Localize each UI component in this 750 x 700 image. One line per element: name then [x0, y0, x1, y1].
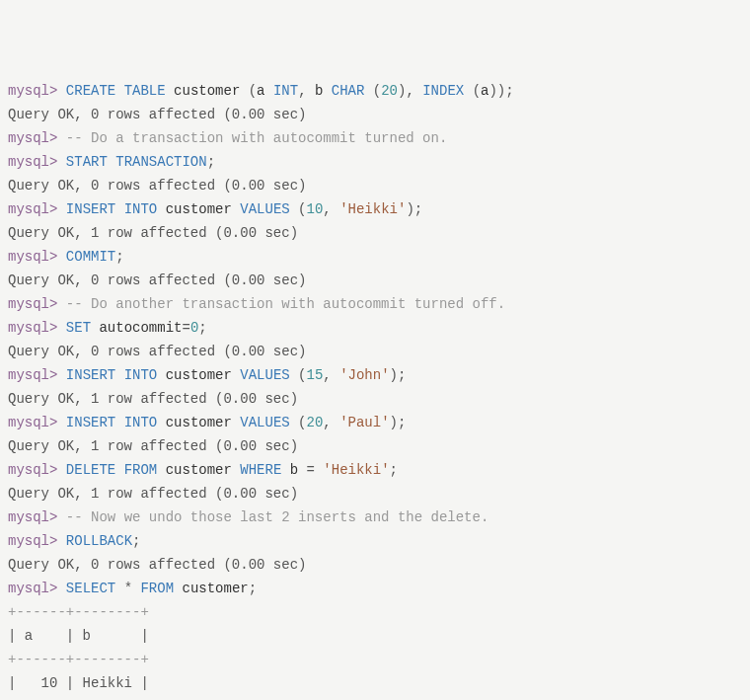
mysql-terminal-output: mysql> CREATE TABLE customer (a INT, b C…	[8, 79, 742, 700]
token-prompt: mysql>	[8, 509, 57, 525]
token-punct	[108, 154, 115, 170]
token-punct: (	[240, 83, 257, 99]
token-punct: =	[298, 462, 323, 478]
token-table-border: +------+--------+	[8, 604, 149, 620]
terminal-line: mysql> -- Do another transaction with au…	[8, 292, 742, 316]
token-punct	[57, 296, 65, 312]
terminal-line: | 10 | Heikki |	[8, 671, 742, 695]
token-punct	[57, 154, 65, 170]
token-punct: ),	[398, 83, 422, 99]
token-punct: (	[290, 201, 307, 217]
token-punct: (	[464, 83, 481, 99]
token-kw: CREATE	[66, 83, 115, 99]
token-kw: VALUES	[240, 367, 289, 383]
token-kw: INTO	[124, 367, 158, 383]
token-result: Query OK, 1 row affected (0.00 sec)	[8, 486, 298, 502]
token-prompt: mysql>	[8, 154, 57, 170]
token-str: 'Heikki'	[339, 201, 406, 217]
token-prompt: mysql>	[8, 130, 57, 146]
terminal-line: Query OK, 1 row affected (0.00 sec)	[8, 221, 742, 245]
token-punct: ;	[132, 533, 140, 549]
terminal-line: +------+--------+	[8, 600, 742, 624]
token-result: Query OK, 1 row affected (0.00 sec)	[8, 225, 298, 241]
token-punct: ;	[390, 462, 398, 478]
token-kw: INSERT	[66, 415, 115, 430]
token-kw: INSERT	[66, 201, 115, 217]
token-num: 10	[307, 201, 324, 217]
token-punct	[57, 509, 65, 525]
token-ident: autocommit	[99, 320, 182, 336]
terminal-line: mysql> INSERT INTO customer VALUES (10, …	[8, 197, 742, 221]
token-punct	[166, 83, 174, 99]
token-punct: (	[290, 415, 307, 430]
terminal-line: mysql> ROLLBACK;	[8, 529, 742, 553]
token-ident: customer	[166, 462, 232, 478]
token-punct: *	[115, 581, 140, 596]
token-kw: CHAR	[332, 83, 365, 99]
token-num: 15	[307, 367, 324, 383]
token-kw: INTO	[124, 201, 158, 217]
token-punct: ,	[298, 83, 315, 99]
token-prompt: mysql>	[8, 581, 57, 596]
terminal-line: mysql> START TRANSACTION;	[8, 150, 742, 174]
token-comment: -- Do a transaction with autocommit turn…	[66, 130, 447, 146]
token-punct	[115, 367, 123, 383]
terminal-line: Query OK, 0 rows affected (0.00 sec)	[8, 269, 742, 292]
token-prompt: mysql>	[8, 83, 57, 99]
terminal-line: Query OK, 1 row affected (0.00 sec)	[8, 387, 742, 411]
token-result: Query OK, 1 row affected (0.00 sec)	[8, 391, 298, 407]
token-punct: =	[182, 320, 189, 336]
terminal-line: | a | b |	[8, 624, 742, 648]
token-kw: INDEX	[422, 83, 464, 99]
token-result: | 10 | Heikki |	[8, 675, 149, 691]
terminal-line: mysql> INSERT INTO customer VALUES (15, …	[8, 363, 742, 387]
token-prompt: mysql>	[8, 415, 57, 430]
token-punct: ;	[198, 320, 206, 336]
token-result: Query OK, 0 rows affected (0.00 sec)	[8, 344, 306, 359]
token-punct	[57, 415, 65, 430]
token-punct	[157, 462, 165, 478]
token-punct: );	[390, 415, 407, 430]
token-punct	[115, 462, 123, 478]
token-punct: ;	[115, 249, 123, 265]
terminal-line: Query OK, 0 rows affected (0.00 sec)	[8, 340, 742, 363]
token-num: 20	[381, 83, 398, 99]
token-punct	[157, 367, 165, 383]
token-prompt: mysql>	[8, 249, 57, 265]
token-prompt: mysql>	[8, 367, 57, 383]
token-punct	[57, 533, 65, 549]
token-kw: START	[66, 154, 108, 170]
token-result: Query OK, 0 rows affected (0.00 sec)	[8, 178, 306, 194]
token-ident: customer	[166, 201, 232, 217]
token-punct: ,	[323, 415, 339, 430]
token-kw: VALUES	[240, 415, 289, 430]
token-prompt: mysql>	[8, 296, 57, 312]
token-kw: TRANSACTION	[115, 154, 206, 170]
token-kw: INSERT	[66, 367, 115, 383]
token-punct	[57, 201, 65, 217]
token-kw: INTO	[124, 415, 158, 430]
token-table-border: +------+--------+	[8, 652, 149, 667]
token-kw: INT	[273, 83, 298, 99]
token-punct: ));	[488, 83, 513, 99]
terminal-line: mysql> SET autocommit=0;	[8, 316, 742, 340]
terminal-line: mysql> DELETE FROM customer WHERE b = 'H…	[8, 458, 742, 482]
terminal-line: mysql> COMMIT;	[8, 245, 742, 269]
token-kw: DELETE	[66, 462, 115, 478]
token-result: | a | b |	[8, 628, 149, 644]
token-punct	[115, 415, 123, 430]
terminal-line: mysql> INSERT INTO customer VALUES (20, …	[8, 411, 742, 434]
token-str: 'Paul'	[339, 415, 389, 430]
token-ident: customer	[166, 415, 232, 430]
token-punct: ,	[323, 201, 339, 217]
terminal-line: Query OK, 0 rows affected (0.00 sec)	[8, 103, 742, 126]
token-punct	[57, 581, 65, 596]
token-kw: FROM	[140, 581, 174, 596]
token-str: 'Heikki'	[323, 462, 389, 478]
token-punct	[265, 83, 273, 99]
token-ident: a	[257, 83, 264, 99]
token-punct: ,	[323, 367, 339, 383]
terminal-line: Query OK, 0 rows affected (0.00 sec)	[8, 174, 742, 197]
terminal-line: Query OK, 1 row affected (0.00 sec)	[8, 434, 742, 458]
token-punct	[57, 320, 65, 336]
